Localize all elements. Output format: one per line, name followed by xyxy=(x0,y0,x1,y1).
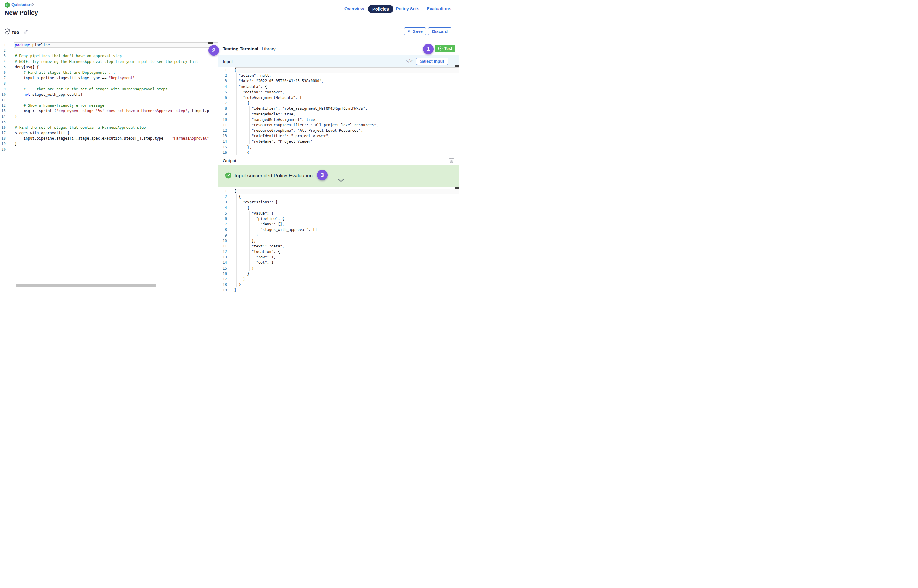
code-line: 9 } xyxy=(218,233,459,238)
tab-library[interactable]: Library xyxy=(262,42,276,55)
code-line: 2 "action": null, xyxy=(218,73,459,78)
code-line: 4 "metadata": { xyxy=(218,84,459,89)
code-line: 16 { xyxy=(218,150,459,155)
text-cursor xyxy=(236,189,237,194)
code-line: 4# NOTE: Try removing the HarnessApprova… xyxy=(0,59,218,65)
code-line: 6 "pipeline": { xyxy=(218,216,459,221)
input-collapsed-scrollbar[interactable] xyxy=(455,65,459,67)
code-line: 8 "stages_with_approval": [] xyxy=(218,227,459,233)
policy-code-editor[interactable]: 1package pipeline23# Deny pipelines that… xyxy=(0,42,218,294)
code-line: 11 "text": "data", xyxy=(218,244,459,249)
code-line: 3 "expressions": [ xyxy=(218,199,459,205)
upload-icon xyxy=(407,30,411,34)
save-button[interactable]: Save xyxy=(404,27,426,36)
success-check-icon xyxy=(225,172,231,179)
text-cursor xyxy=(17,43,17,48)
page-title: New Policy xyxy=(5,9,38,16)
code-line: 13 msg := sprintf("deployment stage '%s'… xyxy=(0,108,218,114)
nav-policy-sets[interactable]: Policy Sets xyxy=(396,6,419,11)
nav-overview[interactable]: Overview xyxy=(344,6,364,11)
code-line: 15 } xyxy=(218,266,459,271)
discard-label: Discard xyxy=(432,29,448,34)
code-line: 18 input.pipeline.stages[i].stage.spec.e… xyxy=(0,136,218,141)
horizontal-scrollbar[interactable] xyxy=(16,284,156,287)
select-input-button[interactable]: Select Input xyxy=(416,58,448,65)
code-line: 3 "date": "2022-05-05T20:41:23.538+0000"… xyxy=(218,78,459,84)
header-divider xyxy=(0,19,459,19)
code-line: 9 "managedRole": true, xyxy=(218,111,459,117)
code-line: 7 input.pipeline.stages[i].stage.type ==… xyxy=(0,75,218,81)
code-line: 13 "roleIdentifier": "_project_viewer", xyxy=(218,133,459,139)
evaluation-result-text: Input succeeded Policy Evaluation xyxy=(234,165,313,187)
edit-pencil-icon[interactable] xyxy=(23,29,28,34)
code-line: 2 xyxy=(0,48,218,53)
nav-policies[interactable]: Policies xyxy=(368,5,393,13)
chevron-right-icon xyxy=(32,3,34,6)
trash-icon[interactable] xyxy=(449,157,454,163)
code-line: 1{ xyxy=(218,67,459,73)
code-line: 16 } xyxy=(218,271,459,276)
code-line: 2 { xyxy=(218,194,459,199)
code-line: 17 ] xyxy=(218,276,459,282)
save-label: Save xyxy=(413,29,423,34)
code-line: 12 # Show a human-friendly error message xyxy=(0,103,218,108)
play-icon xyxy=(438,46,443,51)
code-line: 14} xyxy=(0,114,218,119)
text-cursor xyxy=(235,68,236,73)
code-line: 17stages_with_approval[i] { xyxy=(0,130,218,136)
code-line: 16# Find the set of stages that contain … xyxy=(0,125,218,130)
policy-name: foo xyxy=(12,30,19,35)
code-line: 7 { xyxy=(218,100,459,106)
code-line: 1package pipeline xyxy=(0,42,218,48)
select-input-label: Select Input xyxy=(420,59,444,64)
code-line: 11 xyxy=(0,97,218,103)
code-line: 18 } xyxy=(218,282,459,288)
code-line: 14 "col": 1 xyxy=(218,260,459,265)
code-line: 1[ xyxy=(218,189,459,194)
code-line: 15 xyxy=(0,120,218,125)
code-line: 5 "value": { xyxy=(218,211,459,216)
code-line: 10 "managedRoleAssignment": true, xyxy=(218,117,459,123)
test-label: Test xyxy=(444,46,453,51)
harness-logo-icon: ∞ xyxy=(5,2,10,8)
input-json-editor[interactable]: 1{2 "action": null,3 "date": "2022-05-05… xyxy=(218,67,459,156)
test-button[interactable]: Test xyxy=(435,45,456,52)
output-label: Output xyxy=(223,156,236,165)
discard-button[interactable]: Discard xyxy=(428,27,451,36)
policy-shield-icon xyxy=(5,28,10,35)
code-line: 19} xyxy=(0,141,218,147)
code-line: 6 "roleAssignmentMetadata": [ xyxy=(218,95,459,100)
code-line: 5 "action": "onsave", xyxy=(218,89,459,95)
code-line: 12 "location": { xyxy=(218,249,459,254)
code-view-icon[interactable]: </> xyxy=(406,58,412,63)
code-line: 5deny[msg] { xyxy=(0,65,218,70)
code-line: 9 # ... that are not in the set of stage… xyxy=(0,86,218,92)
code-line: 10 }, xyxy=(218,238,459,244)
tab-testing-terminal[interactable]: Testing Terminal xyxy=(223,42,259,55)
code-line: 3# Deny pipelines that don't have an app… xyxy=(0,53,218,59)
output-section-header: Output xyxy=(218,156,459,165)
code-line: 6 # Find all stages that are Deployments… xyxy=(0,70,218,75)
code-line: 15 }, xyxy=(218,144,459,150)
code-line: 8 "identifier": "role_assignment_NsFQM43… xyxy=(218,106,459,111)
chevron-down-icon[interactable] xyxy=(338,179,344,182)
code-line: 13 "row": 1, xyxy=(218,254,459,260)
code-line: 7 "deny": [], xyxy=(218,221,459,227)
output-json-editor[interactable]: 1[2 {3 "expressions": [4 {5 "value": {6 … xyxy=(218,189,459,294)
annotation-circle-1: 1 xyxy=(423,44,434,54)
breadcrumb[interactable]: Quickstart xyxy=(11,2,32,7)
input-label: Input xyxy=(223,55,233,67)
code-line: 8 xyxy=(0,81,218,86)
code-line: 12 "resourceGroupName": "All Project Lev… xyxy=(218,128,459,133)
nav-evaluations[interactable]: Evaluations xyxy=(427,6,451,11)
code-line: 20 xyxy=(0,147,218,152)
code-line: 14 "roleName": "Project Viewer" xyxy=(218,139,459,144)
code-line: 4 { xyxy=(218,205,459,211)
code-line: 11 "resourceGroupIdentifier": "_all_proj… xyxy=(218,123,459,128)
annotation-circle-3: 3 xyxy=(317,170,328,180)
code-line: 10 not stages_with_approval[i] xyxy=(0,92,218,97)
code-line: 19] xyxy=(218,288,459,293)
